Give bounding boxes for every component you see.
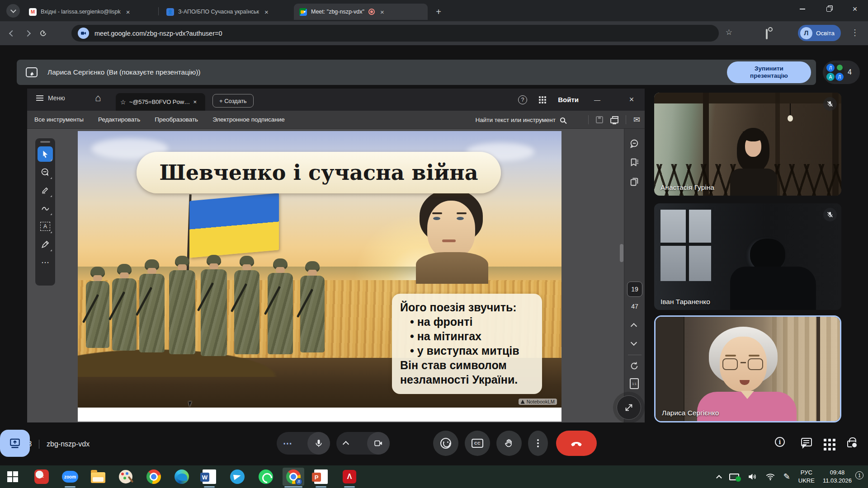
- bookmarks-panel-icon[interactable]: [629, 158, 639, 168]
- previous-page-button[interactable]: [631, 323, 637, 329]
- create-button[interactable]: + Создать: [212, 94, 254, 108]
- tab-close-icon[interactable]: ×: [125, 8, 132, 16]
- tab-close-icon[interactable]: ×: [263, 8, 270, 16]
- acrobat-menu-button[interactable]: Меню: [36, 94, 65, 102]
- display-project-icon[interactable]: [729, 474, 739, 480]
- comment-tool[interactable]: [38, 164, 53, 180]
- menu-esign[interactable]: Электронное подписание: [212, 116, 285, 123]
- more-options-button[interactable]: [528, 431, 548, 456]
- highlight-tool[interactable]: [38, 183, 53, 198]
- camera-button[interactable]: [367, 432, 390, 455]
- vertical-scrollbar[interactable]: [620, 244, 623, 262]
- document-tab[interactable]: ☆ ~@575=B0FVO Powe... ×: [116, 93, 205, 111]
- maximize-button[interactable]: [816, 0, 842, 18]
- present-button-active[interactable]: [0, 430, 30, 457]
- print-icon[interactable]: [610, 118, 618, 123]
- bookmark-star-icon[interactable]: ☆: [726, 28, 732, 37]
- actual-size-icon[interactable]: 1:1: [630, 378, 639, 389]
- camera-permission-icon[interactable]: [78, 28, 89, 39]
- save-icon[interactable]: [596, 116, 603, 123]
- select-tool[interactable]: [38, 146, 53, 162]
- tab-course[interactable]: 👤 З-АПО/БПО Сучасна українськ ×: [161, 4, 290, 20]
- chat-button[interactable]: [801, 438, 812, 446]
- tab-meet-active[interactable]: Meet: "zbg-nszp-vdx" ×: [294, 4, 428, 20]
- star-icon[interactable]: ☆: [120, 99, 126, 106]
- taskbar-zoom-app[interactable]: zoom: [61, 468, 79, 486]
- acrobat-minimize-button[interactable]: —: [590, 96, 604, 103]
- mic-options-button[interactable]: ⋯: [277, 438, 293, 449]
- apps-grid-icon[interactable]: [539, 96, 546, 103]
- taskbar-edge[interactable]: [173, 468, 191, 486]
- next-page-button[interactable]: [631, 339, 637, 346]
- palette-drag-handle[interactable]: [40, 141, 50, 143]
- new-tab-button[interactable]: +: [432, 5, 445, 18]
- url-bar[interactable]: meet.google.com/zbg-nszp-vdx?authuser=0: [71, 25, 719, 42]
- rotate-page-icon[interactable]: [629, 361, 639, 371]
- tab-gmail[interactable]: M Вхідні - larissa.sergienko@lispk ×: [24, 4, 155, 20]
- restore-icon: [826, 7, 831, 12]
- text-box-tool[interactable]: A: [38, 219, 53, 234]
- reload-button[interactable]: [35, 26, 51, 41]
- camera-options-button[interactable]: [343, 441, 349, 447]
- close-button[interactable]: ×: [842, 0, 868, 18]
- end-call-button[interactable]: [556, 431, 597, 456]
- taskbar-chrome-profile-active[interactable]: Л: [283, 468, 304, 486]
- acrobat-close-button[interactable]: ×: [625, 95, 638, 104]
- taskbar-telegram[interactable]: [228, 468, 246, 486]
- mic-button[interactable]: [307, 432, 330, 455]
- draw-tool[interactable]: [38, 201, 53, 216]
- menu-all-tools[interactable]: Все инструменты: [34, 116, 84, 123]
- menu-edit[interactable]: Редактировать: [98, 116, 140, 123]
- participant-tile-larysa[interactable]: Лариса Сергієнко: [654, 315, 841, 422]
- language-indicator[interactable]: РУС UKRE: [798, 469, 815, 484]
- fill-sign-tool[interactable]: [38, 237, 53, 252]
- zoom-expand-button[interactable]: [617, 395, 641, 420]
- minimize-button[interactable]: [789, 0, 816, 18]
- signin-button[interactable]: Войти: [558, 96, 579, 103]
- meeting-details-button[interactable]: i: [775, 437, 785, 447]
- home-icon[interactable]: ⌂: [95, 92, 101, 104]
- taskbar-word[interactable]: W: [200, 468, 218, 486]
- tab-title: Meet: "zbg-nszp-vdx": [311, 9, 364, 15]
- page-number-input[interactable]: 19: [627, 282, 642, 297]
- extensions-puzzle-icon[interactable]: [766, 30, 768, 39]
- menu-convert[interactable]: Преобразовать: [155, 116, 198, 123]
- participant-tile-ivan[interactable]: Іван Тараненко: [654, 203, 841, 310]
- tab-close-icon[interactable]: ×: [379, 8, 386, 16]
- taskbar-paint-app[interactable]: [117, 468, 135, 486]
- participants-count-chip[interactable]: Л А Л 4: [823, 61, 860, 84]
- back-button[interactable]: [5, 26, 20, 41]
- taskbar-file-explorer[interactable]: [89, 468, 107, 486]
- browser-menu-icon[interactable]: ⋮: [851, 28, 859, 38]
- pen-icon[interactable]: ✎: [783, 472, 790, 482]
- taskbar-whatsapp[interactable]: [257, 468, 275, 486]
- profile-chip[interactable]: Л Освіта: [798, 25, 841, 41]
- taskbar-snip-app[interactable]: ✂: [33, 468, 51, 486]
- tab-search-button[interactable]: [6, 4, 20, 18]
- stop-presenting-button[interactable]: Зупинити презентацію: [727, 61, 811, 83]
- taskbar-acrobat[interactable]: Λ: [340, 468, 359, 486]
- hamburger-icon: [36, 98, 43, 99]
- taskbar-powerpoint[interactable]: P: [312, 468, 330, 486]
- document-close-icon[interactable]: ×: [193, 99, 197, 105]
- acrobat-restore-button[interactable]: [608, 96, 621, 103]
- email-icon[interactable]: ✉: [633, 115, 640, 125]
- help-icon[interactable]: ?: [518, 95, 527, 104]
- activities-button[interactable]: [824, 439, 826, 441]
- volume-icon[interactable]: [747, 472, 757, 482]
- more-tools-button[interactable]: ⋯: [38, 255, 53, 270]
- taskbar-chrome[interactable]: [145, 468, 163, 486]
- captions-button[interactable]: CC: [465, 431, 490, 456]
- comments-panel-icon[interactable]: [629, 139, 639, 149]
- start-button[interactable]: [4, 468, 22, 486]
- clock[interactable]: 09:48 11.03.2026: [823, 469, 852, 484]
- reactions-button[interactable]: [433, 431, 458, 456]
- host-controls-button[interactable]: [847, 441, 856, 447]
- search-tool[interactable]: Найти текст или инструмент: [475, 111, 565, 129]
- forward-button[interactable]: [20, 26, 35, 41]
- page-thumbnails-icon[interactable]: [629, 177, 639, 187]
- tray-overflow-icon[interactable]: [716, 475, 722, 481]
- wifi-icon[interactable]: [765, 472, 775, 482]
- raise-hand-button[interactable]: [496, 431, 522, 456]
- participant-tile-anastasia[interactable]: Анастасія Гуріна: [654, 93, 841, 196]
